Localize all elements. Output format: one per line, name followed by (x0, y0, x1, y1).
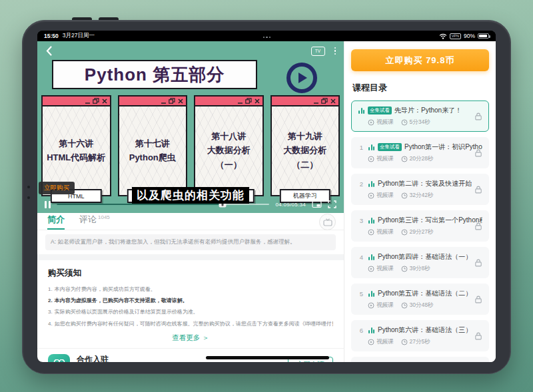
restore-icon (169, 98, 175, 104)
play-overlay-button[interactable] (286, 63, 317, 93)
seek-bar[interactable] (57, 204, 269, 206)
video-title: Python 第五部分 (85, 63, 225, 87)
lesson-index: 2 (358, 180, 365, 188)
screen: 15:50 3月27日周一 VPN 90% (37, 31, 496, 362)
playing-indicator-icon (368, 327, 375, 333)
playing-indicator-icon (368, 290, 375, 297)
notice-item: 1.本内容为付费内容，购买成功后方可观看。 (48, 284, 333, 295)
window-titlebar (43, 97, 110, 106)
close-icon (102, 98, 107, 104)
lesson-index: 5 (358, 290, 365, 297)
seek-fill (57, 204, 223, 206)
video-player[interactable]: TV Python 第五部分 第十六讲HTML代码解析 HTML (37, 41, 344, 213)
comments-count: 1045 (98, 214, 110, 220)
playing-indicator-icon (368, 254, 375, 260)
restore-icon (321, 98, 328, 104)
close-icon (178, 98, 183, 104)
retro-window-card: 第十八讲大数据分析（一） (194, 95, 264, 196)
card-title-line: HTML代码解析 (47, 151, 105, 164)
lesson-duration: 39分8秒 (410, 265, 430, 273)
course-sidebar: 立即购买 79.8币 课程目录 全集试看 先导片：Python来了！ 视频课 5… (344, 41, 496, 362)
lock-icon (474, 185, 482, 194)
buy-toast[interactable]: 立即购买 (39, 182, 75, 194)
pause-button[interactable] (45, 201, 51, 208)
lesson-title: Python第一讲：初识Python (404, 142, 482, 152)
close-icon (255, 98, 260, 104)
clock-icon (401, 266, 408, 272)
lesson-item[interactable]: 4 Python第四讲：基础语法（一） 视频课 39分8秒 (351, 247, 489, 278)
clock-icon (401, 119, 408, 126)
lesson-duration: 27分5秒 (410, 338, 430, 346)
lesson-index: 6 (358, 327, 365, 334)
clock-icon (401, 192, 408, 199)
slide-cards: 第十六讲HTML代码解析 HTML 第十七讲Python爬虫 第十八讲大数据分析… (41, 95, 340, 196)
lesson-item[interactable]: 1 全集试看 Python第一讲：初识Python 视频课 20分28秒 (351, 137, 489, 168)
pip-icon[interactable] (312, 200, 322, 208)
qa-note: A: 如老师设置用户群，我们将邀您加入，但我们无法承诺所有老师均提供用户群服务，… (45, 234, 336, 250)
lock-icon (474, 222, 482, 230)
window-body: 第十九讲大数据分析（二） (272, 106, 339, 195)
lesson-title: Python第三讲：写出第一个Python程序 (378, 216, 482, 225)
lock-icon (474, 112, 482, 120)
lesson-type: 视频课 (376, 118, 394, 126)
card-title-line: （二） (292, 158, 318, 172)
close-icon (330, 98, 336, 104)
lesson-meta: 视频课 27分5秒 (358, 338, 482, 346)
lesson-item[interactable]: 7 Python第七讲：模块 视频课 33分30秒 (351, 357, 489, 362)
lesson-type: 视频课 (376, 265, 394, 273)
battery-icon (478, 33, 489, 39)
retro-window-card: 第十七讲Python爬虫 (118, 95, 188, 196)
lesson-item[interactable]: 6 Python第六讲：基础语法（三） 视频课 27分5秒 (351, 320, 489, 351)
clock-icon (401, 229, 408, 236)
card-title-line: 第十七讲 (135, 137, 170, 150)
lesson-duration: 30分48秒 (410, 301, 434, 309)
view-more-link[interactable]: 查看更多 ＞ (48, 333, 333, 343)
catalog-title: 课程目录 (352, 82, 488, 94)
wifi-icon (439, 33, 447, 39)
home-indicator[interactable] (206, 356, 329, 359)
card-title-line: （一） (216, 158, 242, 172)
floating-widget[interactable] (319, 214, 336, 230)
card-title-line: Python爬虫 (129, 151, 176, 164)
buy-now-button[interactable]: 立即购买 79.8币 (351, 49, 489, 71)
lesson-meta: 视频课 29分27秒 (358, 228, 482, 236)
status-date: 3月27日周一 (63, 32, 95, 40)
trial-badge: 全集试看 (378, 143, 402, 151)
cast-tv-icon[interactable]: TV (311, 47, 325, 56)
video-type-icon (368, 229, 374, 236)
lesson-title: Python第五讲：基础语法（二） (378, 289, 472, 298)
lesson-duration: 5分34秒 (410, 118, 430, 126)
app-window: TV Python 第五部分 第十六讲HTML代码解析 HTML (37, 41, 496, 362)
lesson-item[interactable]: 3 Python第三讲：写出第一个Python程序 视频课 29分27秒 (351, 210, 489, 242)
video-type-icon (368, 339, 374, 345)
lesson-meta: 视频课 30分48秒 (358, 301, 482, 309)
more-menu-icon[interactable] (334, 47, 336, 55)
vpn-badge: VPN (450, 33, 461, 39)
lesson-type: 视频课 (376, 192, 394, 200)
video-type-icon (368, 156, 374, 162)
video-type-icon (368, 266, 374, 272)
lesson-type: 视频课 (376, 338, 394, 346)
minimize-icon (161, 98, 166, 104)
lesson-duration: 32分42秒 (410, 192, 434, 200)
clock-icon (401, 156, 408, 162)
lesson-meta: 视频课 32分42秒 (358, 192, 482, 200)
status-time: 15:50 (44, 33, 59, 39)
lesson-title: Python第二讲：安装及快速开始 (378, 179, 472, 188)
lesson-item[interactable]: 2 Python第二讲：安装及快速开始 视频课 32分42秒 (351, 174, 489, 205)
restore-icon (245, 98, 252, 104)
fullscreen-icon[interactable] (328, 200, 336, 208)
lesson-item[interactable]: 5 Python第五讲：基础语法（二） 视频课 30分48秒 (351, 284, 489, 315)
window-titlebar (195, 97, 263, 106)
card-title-line: 大数据分析 (207, 144, 251, 157)
tab-intro[interactable]: 简介 (47, 214, 65, 230)
lock-icon (474, 295, 482, 303)
lesson-meta: 视频课 5分34秒 (358, 118, 482, 126)
lesson-item[interactable]: 全集试看 先导片：Python来了！ 视频课 5分34秒 (351, 100, 489, 132)
back-icon[interactable] (45, 45, 53, 57)
window-titlebar (272, 97, 339, 106)
notice-item: 3.实际购买价格以页面展示的价格及订单结算页显示价格为准。 (48, 306, 333, 317)
tab-comments[interactable]: 评论1045 (79, 214, 110, 230)
notice-title: 购买须知 (48, 268, 333, 279)
playing-indicator-icon (368, 217, 375, 224)
